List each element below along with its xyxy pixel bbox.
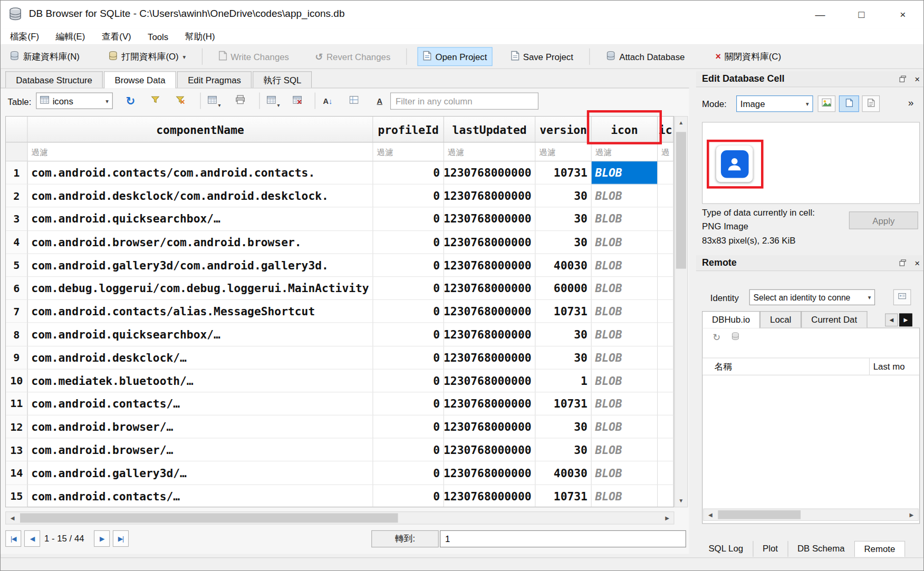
cell-overflow[interactable] [658, 254, 673, 277]
cell-version[interactable]: 10731 [535, 300, 591, 323]
cell-overflow[interactable] [658, 323, 673, 346]
cell-component-name[interactable]: com.android.contacts/com.android.contact… [28, 161, 373, 185]
cell-component-name[interactable]: com.android.quicksearchbox/… [28, 323, 373, 346]
cell-version[interactable]: 30 [535, 323, 591, 346]
horizontal-scrollbar-thumb[interactable] [20, 513, 398, 522]
row-number[interactable]: 4 [6, 231, 27, 254]
refresh-button[interactable]: ↻ [121, 92, 140, 109]
row-number[interactable]: 13 [6, 439, 27, 462]
cell-version[interactable]: 30 [535, 346, 591, 370]
table-row[interactable]: 6 com.debug.loggerui/com.debug.loggerui.… [6, 277, 673, 300]
cell-component-name[interactable]: com.android.gallery3d/com.android.galler… [28, 254, 373, 277]
cell-last-updated[interactable]: 1230768000000 [444, 485, 536, 507]
cell-version[interactable]: 1 [535, 369, 591, 392]
row-number[interactable]: 11 [6, 392, 27, 415]
font-button[interactable]: A [370, 92, 389, 109]
cell-component-name[interactable]: com.android.gallery3d/… [28, 462, 373, 485]
cell-overflow[interactable] [658, 462, 673, 485]
table-row[interactable]: 9 com.android.deskclock/… 0 123076800000… [6, 346, 673, 370]
row-number[interactable]: 8 [6, 323, 27, 346]
cell-version[interactable]: 10731 [535, 161, 591, 185]
table-row[interactable]: 13 com.android.browser/… 0 1230768000000… [6, 439, 673, 462]
column-filter-icon[interactable] [592, 142, 657, 161]
cell-component-name[interactable]: com.mediatek.bluetooth/… [28, 369, 373, 392]
column-filter-version[interactable] [535, 142, 591, 161]
first-record-button[interactable]: |◀ [5, 530, 21, 547]
column-header-overflow[interactable]: ic [658, 117, 673, 142]
attach-database-button[interactable]: Attach Database [600, 47, 690, 66]
cell-overflow[interactable] [658, 346, 673, 370]
open-database-button[interactable]: 打開資料庫(O) ▾ [103, 47, 191, 66]
more-tools-icon[interactable]: » [908, 97, 914, 109]
revert-changes-button[interactable]: ↺ Revert Changes [310, 47, 396, 66]
cell-component-name[interactable]: com.android.quicksearchbox/… [28, 208, 373, 231]
table-row[interactable]: 10 com.mediatek.bluetooth/… 0 1230768000… [6, 369, 673, 392]
cell-component-name[interactable]: com.android.deskclock/… [28, 346, 373, 370]
cell-overflow[interactable] [658, 439, 673, 462]
remote-list-column-name[interactable]: 名稱 [702, 359, 870, 375]
main-tab[interactable]: 執行 SQL [253, 71, 312, 88]
remote-horizontal-scrollbar[interactable]: ◀ ▶ [703, 508, 919, 520]
column-header-version[interactable]: version [535, 117, 591, 142]
cell-component-name[interactable]: com.debug.loggerui/com.debug.loggerui.Ma… [28, 277, 373, 300]
image-view-toggle-button[interactable] [839, 95, 859, 112]
global-filter-input[interactable] [390, 92, 538, 109]
main-tab[interactable]: Edit Pragmas [177, 71, 252, 88]
table-select[interactable]: icons ▾ [36, 92, 113, 109]
cell-last-updated[interactable]: 1230768000000 [444, 254, 536, 277]
cell-version[interactable]: 40030 [535, 462, 591, 485]
delete-record-button[interactable] [287, 92, 306, 109]
column-header-profileid[interactable]: profileId [373, 117, 444, 142]
goto-button[interactable]: 轉到: [371, 530, 439, 547]
cell-overflow[interactable] [658, 300, 673, 323]
cell-overflow[interactable] [658, 392, 673, 415]
remote-tab[interactable]: Current Dat [801, 311, 867, 327]
cell-icon-blob[interactable]: BLOB [592, 346, 658, 370]
scroll-up-icon[interactable]: ▲ [675, 117, 688, 128]
open-database-dropdown-icon[interactable]: ▾ [182, 53, 186, 60]
float-panel-icon[interactable] [899, 258, 906, 268]
cell-icon-blob[interactable]: BLOB [592, 323, 658, 346]
cell-profile-id[interactable]: 0 [373, 231, 444, 254]
corner-header[interactable] [6, 117, 27, 142]
dock-tab[interactable]: SQL Log [699, 541, 753, 557]
table-row[interactable]: 14 com.android.gallery3d/… 0 12307680000… [6, 462, 673, 485]
cell-last-updated[interactable]: 1230768000000 [444, 415, 536, 439]
cell-last-updated[interactable]: 1230768000000 [444, 231, 536, 254]
cell-profile-id[interactable]: 0 [373, 185, 444, 208]
cell-profile-id[interactable]: 0 [373, 346, 444, 370]
cell-component-name[interactable]: com.android.browser/com.android.browser. [28, 231, 373, 254]
row-number[interactable]: 7 [6, 300, 27, 323]
insert-record-button[interactable]: ▾ [262, 92, 281, 109]
remote-refresh-icon[interactable]: ↻ [713, 332, 720, 343]
cell-icon-blob[interactable]: BLOB [592, 462, 658, 485]
remote-list-column-lastmodified[interactable]: Last mo [870, 359, 919, 375]
menu-item[interactable]: 幫助(H) [177, 31, 223, 42]
row-number[interactable]: 14 [6, 462, 27, 485]
cell-version[interactable]: 30 [535, 231, 591, 254]
table-row[interactable]: 4 com.android.browser/com.android.browse… [6, 231, 673, 254]
remote-tab[interactable]: DBHub.io [702, 311, 760, 328]
scroll-down-icon[interactable]: ▼ [675, 495, 688, 507]
sort-button[interactable]: A↓ [318, 92, 337, 109]
row-number[interactable]: 15 [6, 485, 27, 507]
table-row[interactable]: 8 com.android.quicksearchbox/… 0 1230768… [6, 323, 673, 346]
close-panel-icon[interactable]: × [915, 74, 920, 84]
main-tab[interactable]: Database Structure [5, 71, 103, 88]
cell-icon-blob[interactable]: BLOB [592, 415, 658, 439]
new-database-button[interactable]: 新建資料庫(N) [4, 47, 85, 66]
cell-version[interactable]: 10731 [535, 485, 591, 507]
table-row[interactable]: 3 com.android.quicksearchbox/… 0 1230768… [6, 208, 673, 231]
minimize-button[interactable]: — [800, 1, 841, 29]
tab-scroll-left-icon[interactable]: ◀ [885, 314, 898, 327]
column-header-icon[interactable]: icon [592, 117, 658, 142]
mode-select[interactable]: Image ▾ [736, 95, 813, 112]
column-filter-componentname[interactable] [28, 142, 373, 161]
cell-component-name[interactable]: com.android.contacts/alias.MessageShortc… [28, 300, 373, 323]
dock-tab[interactable]: Remote [855, 541, 906, 557]
table-row[interactable]: 15 com.android.contacts/… 0 123076800000… [6, 485, 673, 507]
dock-tab[interactable]: Plot [753, 541, 788, 557]
cell-version[interactable]: 30 [535, 439, 591, 462]
menu-item[interactable]: 檔案(F) [2, 31, 47, 42]
cell-icon-blob[interactable]: BLOB [592, 392, 658, 415]
